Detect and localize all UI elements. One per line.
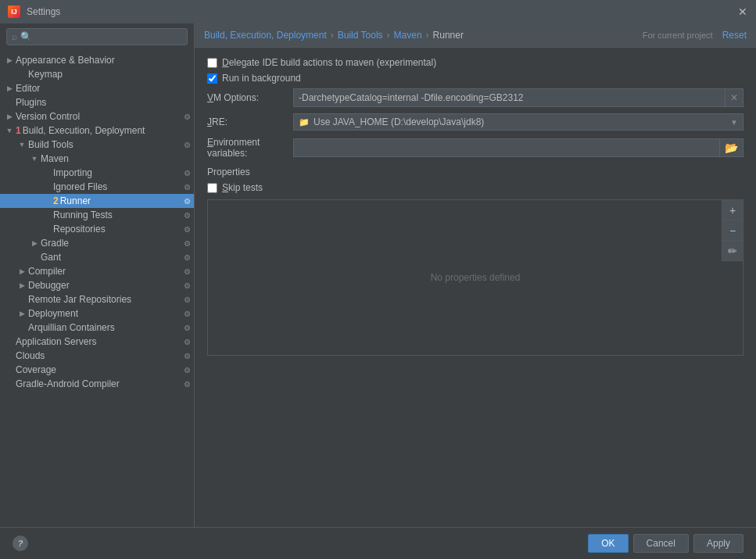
sidebar-item-label: Keymap (28, 69, 194, 80)
sidebar-item-label: Build, Execution, Deployment (23, 125, 194, 136)
settings-icon: ⚙ (184, 352, 191, 360)
ok-button[interactable]: OK (588, 534, 628, 553)
env-vars-browse-button[interactable]: 📂 (720, 138, 743, 157)
bottom-bar: ? OK Cancel Apply (0, 527, 756, 559)
breadcrumb-sep-2: › (387, 30, 390, 41)
sidebar-item-label: Remote Jar Repositories (28, 294, 184, 305)
sidebar-item-compiler[interactable]: ▶ Compiler ⚙ (0, 264, 194, 278)
sidebar-item-gant[interactable]: Gant ⚙ (0, 250, 194, 264)
sidebar-item-label: Build Tools (28, 139, 184, 150)
add-property-button[interactable]: + (722, 200, 743, 220)
sidebar-item-importing[interactable]: Importing ⚙ (0, 166, 194, 180)
breadcrumb-sep-3: › (426, 30, 429, 41)
env-vars-input[interactable] (293, 138, 720, 157)
run-background-label[interactable]: Run in background (222, 73, 301, 84)
main-content-area: ⌕ ▶ Appearance & Behavior Keymap (0, 23, 756, 527)
app-logo: IJ (8, 5, 20, 18)
expand-arrow-icon: ▶ (3, 84, 16, 92)
settings-icon: ⚙ (184, 296, 191, 304)
help-button[interactable]: ? (13, 536, 28, 551)
folder-icon: 📁 (299, 117, 310, 127)
sidebar-item-arquillian[interactable]: Arquillian Containers ⚙ (0, 321, 194, 335)
sidebar-item-clouds[interactable]: Clouds ⚙ (0, 349, 194, 363)
expand-arrow-icon: ▼ (28, 155, 41, 163)
sidebar-item-label: Running Tests (53, 210, 184, 220)
settings-icon: ⚙ (184, 310, 191, 318)
settings-icon: ⚙ (184, 113, 191, 121)
sidebar-item-app-servers[interactable]: Application Servers ⚙ (0, 335, 194, 349)
search-box[interactable]: ⌕ (6, 28, 188, 45)
env-vars-row: Environment variables: 📂 (207, 137, 743, 159)
sidebar-item-label: Version Control (16, 111, 184, 122)
reset-button[interactable]: Reset (722, 30, 747, 41)
sidebar-item-running-tests[interactable]: Running Tests ⚙ (0, 208, 194, 222)
cancel-button[interactable]: Cancel (633, 534, 689, 553)
breadcrumb-maven[interactable]: Maven (394, 30, 422, 41)
sidebar-item-editor[interactable]: ▶ Editor (0, 81, 194, 95)
sidebar-item-remote-jar[interactable]: Remote Jar Repositories ⚙ (0, 292, 194, 306)
sidebar-item-version-control[interactable]: ▶ Version Control ⚙ (0, 109, 194, 124)
sidebar-item-maven[interactable]: ▼ Maven (0, 152, 194, 166)
action-buttons: OK Cancel Apply (588, 534, 743, 553)
delegate-checkbox[interactable] (207, 58, 217, 68)
expand-arrow-icon: ▶ (3, 56, 16, 64)
sidebar-item-gradle[interactable]: ▶ Gradle ⚙ (0, 236, 194, 250)
vm-options-input[interactable] (293, 88, 726, 107)
remove-property-button[interactable]: − (722, 220, 743, 241)
sidebar-item-runner[interactable]: 2 Runner ⚙ (0, 194, 194, 208)
runner-form: Delegate IDE build actions to maven (exp… (195, 48, 756, 527)
settings-icon: ⚙ (184, 239, 191, 248)
vm-options-clear-button[interactable]: ✕ (726, 88, 743, 107)
sidebar-item-debugger[interactable]: ▶ Debugger ⚙ (0, 278, 194, 292)
sidebar-item-label: Arquillian Containers (28, 322, 184, 333)
skip-tests-label[interactable]: Skip tests (222, 182, 263, 193)
no-properties-label: No properties defined (431, 272, 521, 283)
breadcrumb: Build, Execution, Deployment › Build Too… (204, 30, 464, 41)
delegate-checkbox-row: Delegate IDE build actions to maven (exp… (207, 57, 743, 68)
sidebar-item-label: Repositories (53, 224, 184, 235)
sidebar-item-deployment[interactable]: ▶ Deployment ⚙ (0, 306, 194, 321)
expand-arrow-icon: ▶ (16, 310, 28, 317)
sidebar-item-coverage[interactable]: Coverage ⚙ (0, 363, 194, 377)
edit-property-button[interactable]: ✏ (722, 241, 743, 261)
left-panel: ⌕ ▶ Appearance & Behavior Keymap (0, 23, 195, 527)
sidebar-item-label: Maven (41, 153, 194, 164)
settings-icon: ⚙ (184, 169, 191, 177)
breadcrumb-build-execution[interactable]: Build, Execution, Deployment (204, 30, 327, 41)
vm-options-row: VM Options: ✕ (207, 88, 743, 107)
sidebar-item-repositories[interactable]: Repositories ⚙ (0, 222, 194, 236)
search-input[interactable] (20, 31, 182, 42)
jre-select[interactable]: 📁 Use JAVA_HOME (D:\develop\Java\jdk8) ▼ (293, 113, 743, 131)
env-vars-label: Environment variables: (207, 137, 293, 159)
jre-value: Use JAVA_HOME (D:\develop\Java\jdk8) (314, 116, 484, 127)
title-bar: IJ Settings ✕ (0, 0, 756, 23)
settings-icon: ⚙ (184, 211, 191, 220)
settings-icon: ⚙ (184, 338, 191, 346)
sidebar-item-plugins[interactable]: Plugins (0, 95, 194, 109)
apply-button[interactable]: Apply (693, 534, 743, 553)
settings-window: IJ Settings ✕ ⌕ ▶ Appearance & Behavior (0, 0, 756, 559)
sidebar-item-label: Plugins (16, 97, 194, 108)
sidebar-item-gradle-android[interactable]: Gradle-Android Compiler ⚙ (0, 377, 194, 391)
breadcrumb-actions: For current project Reset (643, 30, 747, 41)
settings-tree: ▶ Appearance & Behavior Keymap ▶ Editor (0, 50, 194, 527)
jre-label: JRE: (207, 116, 293, 127)
close-button[interactable]: ✕ (737, 6, 748, 17)
sidebar-item-ignored-files[interactable]: Ignored Files ⚙ (0, 180, 194, 194)
sidebar-item-appearance[interactable]: ▶ Appearance & Behavior (0, 53, 194, 67)
sidebar-item-build-tools[interactable]: ▼ Build Tools ⚙ (0, 138, 194, 152)
skip-tests-checkbox[interactable] (207, 183, 217, 193)
dropdown-arrow-icon: ▼ (730, 118, 738, 127)
sidebar-item-label: Debugger (28, 280, 184, 291)
sidebar-item-build-execution[interactable]: ▼ 1 Build, Execution, Deployment (0, 124, 194, 138)
breadcrumb-build-tools[interactable]: Build Tools (338, 30, 383, 41)
sidebar-item-keymap[interactable]: Keymap (0, 67, 194, 81)
vm-options-label: VM Options: (207, 92, 293, 103)
delegate-label[interactable]: Delegate IDE build actions to maven (exp… (222, 57, 436, 68)
settings-icon: ⚙ (184, 267, 191, 276)
breadcrumb-runner: Runner (433, 30, 464, 41)
sidebar-item-label: Importing (53, 167, 184, 178)
expand-arrow-icon: ▼ (3, 127, 16, 134)
run-background-checkbox[interactable] (207, 73, 217, 84)
right-panel: Build, Execution, Deployment › Build Too… (195, 23, 756, 527)
